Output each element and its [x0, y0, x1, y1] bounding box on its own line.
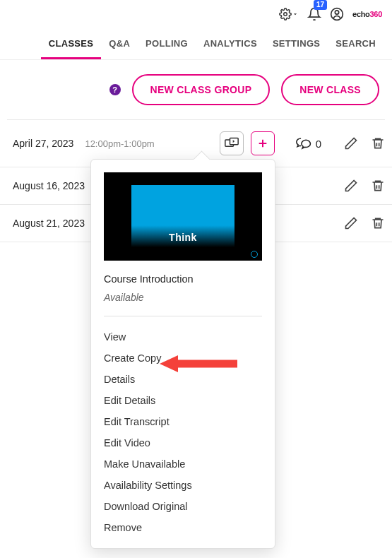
action-row: ? NEW CLASS GROUP NEW CLASS: [0, 60, 392, 119]
video-thumbnail[interactable]: Think: [104, 172, 262, 261]
profile-button[interactable]: [330, 7, 344, 21]
menu-view[interactable]: View: [104, 326, 262, 348]
tab-qa[interactable]: Q&A: [101, 28, 138, 59]
comments-number: 0: [316, 138, 321, 150]
delete-icon[interactable]: [371, 179, 385, 193]
media-status: Available: [104, 292, 262, 303]
tab-analytics[interactable]: ANALYTICS: [196, 28, 265, 59]
menu-edit-details[interactable]: Edit Details: [104, 390, 262, 411]
svg-point-2: [335, 11, 338, 14]
class-date: April 27, 2023: [13, 138, 73, 149]
edit-icon[interactable]: [344, 179, 358, 193]
tab-search[interactable]: SEARCH: [328, 28, 384, 59]
top-bar: 17 echo360: [0, 0, 392, 28]
tab-settings[interactable]: SETTINGS: [265, 28, 328, 59]
media-popover: Think Course Introduction Available View…: [90, 159, 275, 549]
help-button[interactable]: ?: [109, 84, 121, 95]
settings-menu[interactable]: [279, 8, 299, 20]
menu-edit-transcript[interactable]: Edit Transcript: [104, 411, 262, 432]
comments-count[interactable]: 0: [296, 137, 321, 150]
arrow-left-icon: [160, 355, 237, 373]
thumbnail-indicator-icon: [251, 251, 258, 258]
new-class-button[interactable]: NEW CLASS: [281, 74, 379, 105]
notification-badge: 17: [314, 0, 327, 10]
menu-availability-settings[interactable]: Availability Settings: [104, 475, 262, 496]
user-circle-icon: [330, 7, 344, 21]
add-button[interactable]: [251, 131, 275, 155]
class-date: August 16, 2023: [13, 180, 85, 191]
tab-classes[interactable]: CLASSES: [41, 28, 102, 59]
notifications-button[interactable]: 17: [307, 7, 321, 21]
media-button[interactable]: [220, 131, 244, 155]
media-icon: [225, 137, 239, 150]
delete-icon[interactable]: [371, 216, 385, 230]
comments-icon: [296, 137, 311, 150]
nav-tabs: CLASSES Q&A POLLING ANALYTICS SETTINGS S…: [0, 28, 392, 60]
class-time: 12:00pm-1:00pm: [85, 138, 154, 149]
edit-icon[interactable]: [344, 136, 358, 150]
new-class-group-button[interactable]: NEW CLASS GROUP: [132, 74, 271, 105]
menu-remove[interactable]: Remove: [104, 517, 262, 538]
brand-logo: echo360: [352, 10, 382, 18]
media-title: Course Introduction: [104, 273, 262, 285]
chevron-down-icon: [292, 11, 299, 18]
annotation-arrow: [160, 355, 237, 376]
popover-divider: [104, 316, 262, 316]
delete-icon[interactable]: [371, 136, 385, 150]
edit-icon[interactable]: [344, 216, 358, 230]
gear-icon: [279, 8, 292, 20]
class-date: August 21, 2023: [13, 218, 85, 229]
menu-download-original[interactable]: Download Original: [104, 496, 262, 517]
svg-point-0: [284, 13, 287, 16]
plus-icon: [257, 138, 268, 149]
thumbnail-text: Think: [169, 232, 197, 243]
menu-make-unavailable[interactable]: Make Unavailable: [104, 453, 262, 475]
tab-polling[interactable]: POLLING: [138, 28, 196, 59]
menu-edit-video[interactable]: Edit Video: [104, 432, 262, 453]
